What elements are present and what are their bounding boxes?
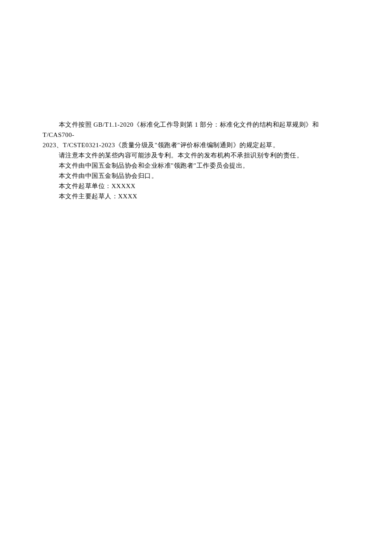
paragraph-1-line2: 2023、T/CSTE0321-2023《质量分级及"领跑者"评价标准编制通则》…	[43, 140, 349, 150]
paragraph-1-line1: 本文件按照 GB/T1.1-2020《标准化工作导则第 1 部分：标准化文件的结…	[43, 119, 349, 140]
document-body: 本文件按照 GB/T1.1-2020《标准化工作导则第 1 部分：标准化文件的结…	[43, 119, 349, 201]
paragraph-3: 本文件由中国五金制品协会和企业标准"领跑者"工作委员会提出。	[43, 160, 349, 171]
paragraph-5: 本文件起草单位：XXXXX	[43, 181, 349, 191]
paragraph-6: 本文件主要起草人：XXXX	[43, 191, 349, 201]
paragraph-2: 请注意本文件的某些内容可能涉及专利。本文件的发布机构不承担识别专利的责任。	[43, 150, 349, 160]
paragraph-4: 本文件由中国五金制品协会归口。	[43, 171, 349, 181]
